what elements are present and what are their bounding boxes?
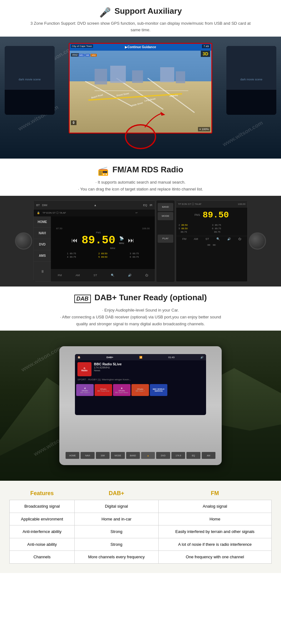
fm-broadcasting: Analog signal xyxy=(158,500,271,513)
dab-status-bar: 🏠 DAB+ 📶 01:43 🔊 xyxy=(75,354,206,360)
svg-rect-18 xyxy=(160,67,174,82)
radio-top-bar: BT DIM ▲ EQ IR xyxy=(34,201,155,210)
dab-image-container: www.witson.com www.witson.com www.witson… xyxy=(0,331,281,481)
left-radio-unit: BT DIM ▲ EQ IR 🔒 TP EON ST ⓘ TA AF ↩ HOM… xyxy=(33,200,155,282)
side-controls-panel: BAND MODE PLAY xyxy=(156,200,175,282)
right-screen: dark movie scene xyxy=(226,46,276,115)
auxiliary-subtitle: 3 Zone Function Support: DVD screen show… xyxy=(25,20,256,33)
svg-rect-5 xyxy=(226,46,276,90)
right-radio-unit: TP EON ST ⓘ TA AF 108.00 FM1 89.50 2 89.… xyxy=(176,200,248,282)
svg-rect-3 xyxy=(5,90,55,115)
table-row: Applicable environment Home and in-car H… xyxy=(10,513,272,525)
freq-controls: ⏮ FM1 89.50 MHz 📡 MHz ⏭ xyxy=(71,231,134,250)
dab-btn-eq[interactable]: EQ xyxy=(186,452,200,459)
left-knob xyxy=(15,232,32,250)
freq-range: 87.50 108.00 xyxy=(56,227,150,230)
station-6: 6 DRadle BBC Radio 6Music xyxy=(113,384,131,396)
gps-map-svg: Beach Road Strand Street Long Street Add… xyxy=(70,44,212,134)
svg-marker-25 xyxy=(160,112,165,116)
svg-rect-15 xyxy=(95,69,107,84)
radio-bullets: · It supports automatic search and manua… xyxy=(19,179,262,193)
svg-rect-17 xyxy=(132,70,143,83)
gps-road-badges: M61 M6 M62 xyxy=(78,54,97,57)
play-btn[interactable]: PLAY xyxy=(158,235,173,243)
auxiliary-icon-row: 🎤 Support Auxiliary xyxy=(25,6,256,18)
svg-text:dark movie scene: dark movie scene xyxy=(240,78,263,81)
left-menu-buttons: HOME NAVI DVD AMS ⏸ xyxy=(34,216,51,281)
fm-interference: Easily interfered by terrain and other s… xyxy=(158,525,271,538)
btn-dvd[interactable]: DVD xyxy=(34,239,51,250)
dab-btn-home[interactable]: HOME xyxy=(66,452,79,459)
next-btn[interactable]: ⏭ xyxy=(128,237,134,244)
col-header-features: Features xyxy=(10,487,75,500)
btn-navi[interactable]: NAVI xyxy=(34,228,51,239)
right-freq-display: FM1 89.50 xyxy=(176,208,247,222)
mhz-label: MHz xyxy=(81,247,115,250)
btn-ams[interactable]: AMS xyxy=(34,250,51,261)
table-row: Anti-noise ability Strong A lot of nosie… xyxy=(10,538,272,551)
band-label: FM1 xyxy=(81,231,115,234)
right-rds-bar: TP EON ST ⓘ TA AF 108.00 xyxy=(176,201,247,208)
radio-icon: 📻 xyxy=(98,166,109,176)
mic-icon: 🎤 xyxy=(99,7,111,18)
table-row: Broadcasting signal Digital signal Analo… xyxy=(10,500,272,513)
gps-time: 7:49 xyxy=(202,44,210,48)
radio-image-container: BT DIM ▲ EQ IR 🔒 TP EON ST ⓘ TA AF ↩ HOM… xyxy=(0,196,281,287)
gps-3d-badge: 3D xyxy=(201,51,210,57)
dab-btn-navi[interactable]: NAVI xyxy=(81,452,94,459)
gps-top-city: City of Cape Town xyxy=(71,44,93,48)
feature-broadcasting: Broadcasting signal xyxy=(10,500,75,513)
feature-noise: Anti-noise ability xyxy=(10,538,75,551)
comparison-section: Features DAB+ FM Broadcasting signal Dig… xyxy=(0,481,281,573)
dab-bottom-controls: HOME NAVI SIM MODE BAND ▲ DVD 174.9 EQ A… xyxy=(66,452,215,459)
mode-btn[interactable]: MODE xyxy=(158,212,173,220)
dab-title: DAB+ Tuner Ready (optional) xyxy=(95,293,207,302)
gps-code: 4542 xyxy=(71,53,79,57)
right-screen-image: dark movie scene xyxy=(226,46,276,115)
watermark-4: www.witson.com xyxy=(221,119,264,148)
btn-pause[interactable]: ⏸ xyxy=(34,261,51,281)
right-bottom-bar: FMAMST🔍🔊⏻ xyxy=(176,236,247,242)
gps-turn-indicator: 0 xyxy=(71,120,76,125)
prev-btn[interactable]: ⏮ xyxy=(71,237,78,244)
car-frame: 🏠 DAB+ 📶 01:43 🔊 DRadio BBC Radio 5Live … xyxy=(59,346,222,465)
dab-interference: Strong xyxy=(75,525,158,538)
col-header-dab: DAB+ xyxy=(75,487,158,500)
dab-btn-up[interactable]: ▲ xyxy=(141,452,155,459)
left-screen: dark movie scene xyxy=(5,46,55,115)
station-5live: DRadio BBC Radio 5Live xyxy=(95,384,112,396)
auxiliary-image: www.witson.com www.witson.com www.witson… xyxy=(0,37,281,159)
dab-screen: 🏠 DAB+ 📶 01:43 🔊 DRadio BBC Radio 5Live … xyxy=(75,354,206,415)
dab-logo: DAB xyxy=(74,295,91,303)
btn-home[interactable]: HOME xyxy=(34,216,51,228)
arrow-svg xyxy=(143,110,168,129)
dab-btn-am[interactable]: AM xyxy=(202,452,215,459)
radio-bottom-bar: FM AM ST 🔍 🔊 ⏻ xyxy=(51,269,155,281)
main-freq-area: 87.50 108.00 ⏮ FM1 89.50 MHz 📡 MHz ⏭ xyxy=(51,216,155,269)
dab-bullets: · Enjoy Audiophile-level Sound in your C… xyxy=(19,307,262,327)
dab-broadcasting: Digital signal xyxy=(75,500,158,513)
car-interior: www.witson.com www.witson.com www.witson… xyxy=(0,37,281,159)
band-btn[interactable]: BAND xyxy=(158,203,173,211)
gps-map: Beach Road Strand Street Long Street Add… xyxy=(70,44,211,133)
radio-icon-row: 📻 FM/AM RDS Radio xyxy=(19,165,262,177)
auxiliary-title: Support Auxiliary xyxy=(115,6,182,16)
comparison-table: Features DAB+ FM Broadcasting signal Dig… xyxy=(9,487,272,564)
right-presets: 2 89.50 3 89.75 5 89.50 6 89.75 89.75 89… xyxy=(176,222,247,235)
dab-btn-sim[interactable]: SIM xyxy=(96,452,110,459)
right-headrest-monitor: dark movie scene xyxy=(226,46,276,115)
dab-icon-row: DAB DAB+ Tuner Ready (optional) xyxy=(19,293,262,305)
dab-btn-band[interactable]: BAND xyxy=(126,452,140,459)
gps-compass: ≡ 100% xyxy=(198,127,210,131)
feature-environment: Applicable environment xyxy=(10,513,75,525)
fm-noise: A lot of nosie if there is radio interfe… xyxy=(158,538,271,551)
center-gps-screen: Beach Road Strand Street Long Street Add… xyxy=(69,43,212,134)
dab-section: DAB DAB+ Tuner Ready (optional) · Enjoy … xyxy=(0,287,281,331)
dab-btn-dvd[interactable]: DVD xyxy=(156,452,170,459)
col-header-fm: FM xyxy=(158,487,271,500)
dab-btn-mode[interactable]: MODE xyxy=(111,452,125,459)
frequency-display: 89.50 xyxy=(81,234,115,247)
dab-btn-freq[interactable]: 174.9 xyxy=(171,452,185,459)
dab-channels: More channels every frequency xyxy=(75,551,158,564)
table-row: Channels More channels every frequency O… xyxy=(10,551,272,564)
